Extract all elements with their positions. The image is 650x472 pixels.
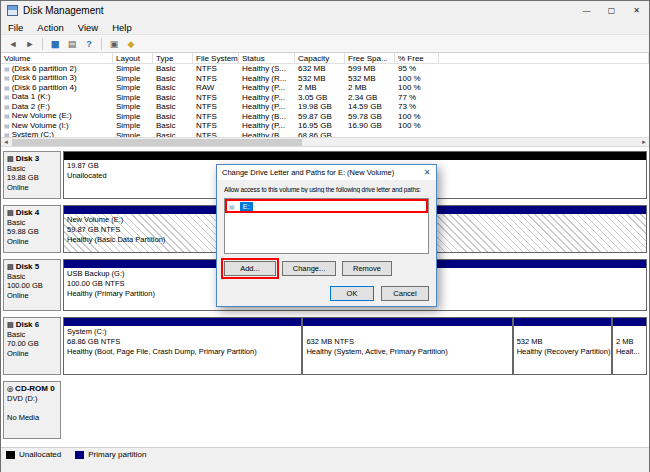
partition-system-reserved[interactable]: 632 MB NTFS Healthy (System, Active, Pri… bbox=[302, 317, 512, 375]
volume-icon: ▤ bbox=[4, 94, 10, 100]
disk-type: Basic bbox=[7, 330, 60, 340]
disk-info-cdrom0[interactable]: ◎CD-ROM 0 DVD (D:) No Media bbox=[3, 381, 61, 439]
disk-status: No Media bbox=[7, 413, 60, 423]
volume-icon: ▤ bbox=[4, 75, 10, 81]
cell-capacity: 2 MB bbox=[295, 83, 345, 93]
menu-file[interactable]: File bbox=[1, 22, 30, 33]
col-capacity[interactable]: Capacity bbox=[295, 53, 345, 63]
disk-size: 59.88 GB bbox=[7, 227, 60, 237]
volume-name: System (C:) bbox=[12, 130, 54, 137]
add-button[interactable]: Add... bbox=[224, 261, 276, 276]
primary-partition-swatch bbox=[75, 451, 84, 459]
partition-color-band bbox=[64, 318, 301, 326]
status-strip bbox=[1, 461, 649, 472]
back-icon[interactable]: ◄ bbox=[5, 36, 21, 51]
change-drive-letter-dialog: Change Drive Letter and Paths for E: (Ne… bbox=[216, 164, 437, 307]
volume-name: Data 2 (F:) bbox=[12, 102, 50, 111]
drive-letter-item[interactable]: ▤ E: bbox=[227, 201, 428, 212]
maximize-button[interactable]: ▢ bbox=[599, 1, 624, 20]
cell-fs: NTFS bbox=[193, 74, 239, 84]
cell-free: 59.78 GB bbox=[345, 112, 395, 122]
help-icon[interactable]: ? bbox=[81, 36, 97, 51]
disk-icon: ▤ bbox=[7, 321, 14, 328]
drive-letter-listbox[interactable]: ▤ E: bbox=[224, 198, 429, 254]
partition-status: Healthy (Boot, Page File, Crash Dump, Pr… bbox=[67, 347, 301, 357]
volume-icon: ▤ bbox=[4, 66, 10, 72]
partition-status: Healt... bbox=[616, 347, 646, 357]
disk-info-disk4[interactable]: ▤Disk 4 Basic 59.88 GB Online bbox=[3, 205, 61, 253]
minimize-button[interactable]: — bbox=[574, 1, 599, 20]
col-pct-free[interactable]: % Free bbox=[395, 53, 439, 63]
cell-fs: NTFS bbox=[193, 102, 239, 112]
cancel-button[interactable]: Cancel bbox=[381, 286, 429, 301]
change-button[interactable]: Change... bbox=[282, 261, 336, 276]
scrollbar-thumb[interactable] bbox=[12, 139, 302, 146]
partition-small-raw[interactable]: 2 MB Healt... bbox=[612, 317, 647, 375]
close-button[interactable]: ✕ bbox=[624, 1, 649, 20]
menu-view[interactable]: View bbox=[71, 22, 105, 33]
partition-color-band bbox=[613, 318, 646, 326]
partition-status: Healthy (System, Active, Primary Partiti… bbox=[306, 347, 511, 357]
volume-list-header: Volume Layout Type File System Status Ca… bbox=[1, 53, 649, 64]
volume-list: Volume Layout Type File System Status Ca… bbox=[1, 53, 649, 137]
menu-help[interactable]: Help bbox=[105, 22, 139, 33]
cell-status: Healthy (R... bbox=[239, 74, 295, 84]
col-file-system[interactable]: File System bbox=[193, 53, 239, 63]
cell-layout: Simple bbox=[113, 102, 153, 112]
cell-status: Healthy (P... bbox=[239, 121, 295, 131]
cell-status: Healthy (P... bbox=[239, 93, 295, 103]
partition-color-band bbox=[303, 318, 511, 326]
partition-recovery[interactable]: 532 MB Healthy (Recovery Partition) bbox=[513, 317, 612, 375]
col-filler bbox=[439, 53, 649, 63]
disk-status: Online bbox=[7, 183, 60, 193]
attention-icon[interactable]: ◆ bbox=[123, 36, 139, 51]
cell-pct: 95 % bbox=[395, 64, 439, 74]
horizontal-scrollbar: ◄ ► bbox=[1, 137, 649, 147]
col-type[interactable]: Type bbox=[153, 53, 193, 63]
cell-free: 16.90 GB bbox=[345, 121, 395, 131]
toolbar: ◄ ► ▦ ▤ ? ▣ ◆ bbox=[1, 34, 649, 53]
properties-icon[interactable]: ▤ bbox=[64, 36, 80, 51]
forward-icon[interactable]: ► bbox=[22, 36, 38, 51]
disk-info-disk6[interactable]: ▤Disk 6 Basic 70.00 GB Online bbox=[3, 317, 61, 375]
partition-size: 2 MB bbox=[616, 337, 646, 347]
disk-info-disk5[interactable]: ▤Disk 5 Basic 100.00 GB Online bbox=[3, 259, 61, 311]
cell-free: 2 MB bbox=[345, 83, 395, 93]
menu-action[interactable]: Action bbox=[30, 22, 70, 33]
cell-pct: 100 % bbox=[395, 121, 439, 131]
legend-label: Unallocated bbox=[19, 450, 61, 459]
disk-row-disk6: ▤Disk 6 Basic 70.00 GB Online System (C:… bbox=[3, 317, 647, 375]
cell-status: Healthy (P... bbox=[239, 102, 295, 112]
ok-button[interactable]: OK bbox=[330, 286, 374, 301]
cell-capacity: 3.05 GB bbox=[295, 93, 345, 103]
disk-info-disk3[interactable]: ▤Disk 3 Basic 19.88 GB Online bbox=[3, 151, 61, 199]
disk-size: 70.00 GB bbox=[7, 339, 60, 349]
remove-button[interactable]: Remove bbox=[342, 261, 392, 276]
refresh-icon[interactable]: ▣ bbox=[106, 36, 122, 51]
cell-layout: Simple bbox=[113, 93, 153, 103]
cell-pct: 73 % bbox=[395, 102, 439, 112]
disk-type: Basic bbox=[7, 218, 60, 228]
console-tree-icon[interactable]: ▦ bbox=[47, 36, 63, 51]
col-free-space[interactable]: Free Spa... bbox=[345, 53, 395, 63]
cell-free: 532 MB bbox=[345, 74, 395, 84]
scroll-left-icon[interactable]: ◄ bbox=[1, 138, 11, 146]
disk-size: 19.88 GB bbox=[7, 173, 60, 183]
cell-capacity: 59.87 GB bbox=[295, 112, 345, 122]
dialog-title: Change Drive Letter and Paths for E: (Ne… bbox=[222, 168, 394, 177]
legend-bar: Unallocated Primary partition bbox=[1, 447, 649, 461]
dialog-close-icon[interactable]: ✕ bbox=[418, 165, 436, 180]
partition-system-c[interactable]: System (C:) 68.86 GB NTFS Healthy (Boot,… bbox=[63, 317, 302, 375]
disk-name: Disk 3 bbox=[16, 154, 40, 163]
col-status[interactable]: Status bbox=[239, 53, 295, 63]
disk-icon: ▤ bbox=[7, 263, 14, 270]
legend-primary-partition: Primary partition bbox=[75, 450, 146, 459]
cell-type: Basic bbox=[153, 121, 193, 131]
scroll-right-icon[interactable]: ► bbox=[639, 138, 649, 146]
col-volume[interactable]: Volume bbox=[1, 53, 113, 63]
col-layout[interactable]: Layout bbox=[113, 53, 153, 63]
volume-name: Data 1 (K:) bbox=[12, 92, 51, 101]
cell-fs: NTFS bbox=[193, 112, 239, 122]
cell-capacity: 16.95 GB bbox=[295, 121, 345, 131]
cell-pct: 100 % bbox=[395, 83, 439, 93]
